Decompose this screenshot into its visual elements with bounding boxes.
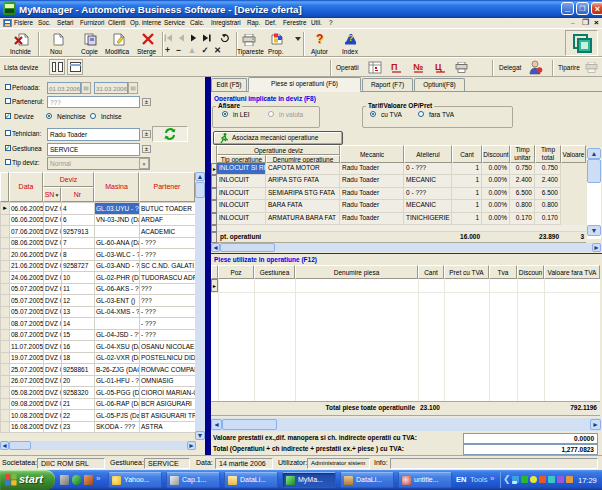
svg-text:П: П	[391, 62, 397, 72]
svg-text:?: ?	[348, 33, 354, 43]
svg-text:№: №	[413, 62, 423, 72]
svg-text:Ц: Ц	[435, 62, 442, 72]
